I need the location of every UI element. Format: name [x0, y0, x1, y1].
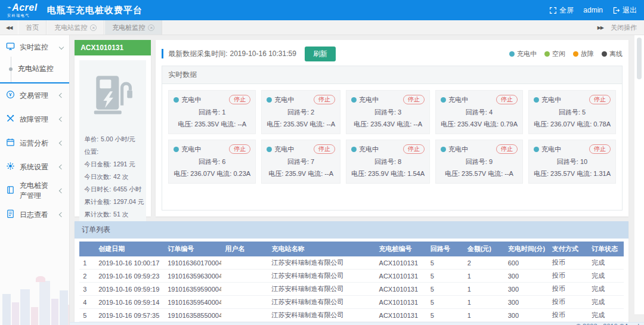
voltage-current: 电压: 235.57V 电流: 1.31A — [534, 169, 611, 178]
close-operations-button[interactable]: 关闭操作 — [611, 23, 637, 32]
sidebar-item-6[interactable]: 充电桩资产管理 — [0, 179, 69, 203]
stop-button[interactable]: 停止 — [229, 144, 250, 154]
cell: 1910163596300046 — [164, 270, 221, 283]
voltage-current: 电压: 236.07V 电流: 0.23A — [174, 169, 250, 178]
pile-stat-row: 累计金额:1297.04 元 — [84, 196, 141, 208]
sidebar-group-1: 实时监控充电站监控 — [0, 35, 69, 83]
asset-icon — [6, 185, 15, 196]
stop-button[interactable]: 停止 — [229, 95, 250, 104]
stop-button[interactable]: 停止 — [496, 144, 518, 154]
stop-button[interactable]: 停止 — [589, 95, 611, 104]
table-row: 32019-10-16 09:59:191910163595900045江苏安科… — [79, 283, 624, 296]
cell: ACX1010131 — [376, 283, 427, 296]
voltage-current: 电压: 235.43V 电流: 0.79A — [441, 120, 518, 129]
circuit-number: 回路号: 3 — [351, 108, 425, 117]
sidebar-group-7: 日志查看 — [0, 203, 69, 227]
orders-panel: 订单列表 创建日期订单编号用户名充电站名称充电桩编号回路号金额(元)充电时间(分… — [75, 221, 628, 322]
sidebar-item-3[interactable]: 故障管理 — [0, 107, 69, 131]
settings-icon — [6, 162, 15, 172]
col-支付方式: 支付方式 — [549, 242, 588, 256]
scrollbar-thumb[interactable] — [637, 38, 642, 79]
bullet-icon — [9, 67, 13, 71]
sidebar-item-2[interactable]: 交易管理 — [0, 83, 69, 107]
refresh-button[interactable]: 刷新 — [305, 47, 336, 61]
stat-label: 位置: — [84, 148, 98, 155]
cell: 300 — [504, 270, 549, 283]
tab-close-icon[interactable]: × — [90, 24, 97, 31]
cell: 1 — [464, 283, 504, 296]
sidebar-item-4[interactable]: 运营分析 — [0, 131, 69, 155]
stat-label: 今日次数: — [84, 173, 111, 180]
col-回路号: 回路号 — [427, 242, 464, 256]
cell: 江苏安科瑞制造有限公司 — [268, 270, 375, 283]
card-status-label: 充电中 — [359, 95, 379, 104]
tab-close-icon[interactable]: × — [148, 24, 154, 31]
realtime-panel: 最新数据采集时间: 2019-10-16 10:31:59 刷新 充电中空闲故障… — [156, 40, 628, 216]
circuit-card-2: 充电中停止回路号: 2电压: 235.35V 电流: --A — [261, 90, 340, 134]
col-充电桩编号: 充电桩编号 — [376, 242, 427, 256]
stop-button[interactable]: 停止 — [314, 95, 335, 104]
top-header: ⌁ Acrel 安科瑞电气 电瓶车充电桩收费平台 全屏 admin 退出 — [0, 0, 644, 20]
legend-充电中: 充电中 — [509, 49, 537, 58]
legend-故障: 故障 — [573, 49, 594, 58]
pile-stat-row: 今日次数:42 次 — [84, 171, 141, 183]
legend-label: 离线 — [609, 49, 623, 58]
card-status-label: 充电中 — [448, 95, 468, 104]
circuit-number: 回路号: 1 — [174, 108, 250, 117]
tab-1[interactable]: 首页 — [18, 20, 47, 35]
orders-header-row: 创建日期订单编号用户名充电站名称充电桩编号回路号金额(元)充电时间(分)支付方式… — [79, 242, 624, 256]
sidebar-item-label: 交易管理 — [20, 91, 48, 101]
logout-icon — [612, 7, 620, 14]
charging-status-icon — [267, 147, 272, 152]
username[interactable]: admin — [583, 6, 603, 14]
cell: 2 — [79, 270, 95, 283]
scrollbar-track[interactable] — [634, 35, 644, 314]
sidebar-item-7[interactable]: 日志查看 — [0, 203, 69, 227]
legend-dot-icon — [602, 51, 607, 57]
orders-title: 订单列表 — [75, 221, 628, 239]
sidebar-item-label: 实时监控 — [20, 42, 48, 52]
col-创建日期: 创建日期 — [95, 242, 164, 256]
cell: 完成 — [588, 296, 624, 309]
tabs-scroll-left-button[interactable]: ◀◀ — [0, 20, 18, 35]
col-充电站名称: 充电站名称 — [268, 242, 375, 256]
cell: ACX1010131 — [376, 270, 427, 283]
circuit-card-3: 充电中停止回路号: 3电压: 235.43V 电流: --A — [346, 90, 430, 134]
chevron-left-icon — [59, 188, 64, 193]
stop-button[interactable]: 停止 — [403, 144, 425, 154]
chevron-left-icon — [59, 117, 64, 122]
cell: 5 — [427, 270, 464, 283]
fullscreen-button[interactable]: 全屏 — [549, 5, 574, 16]
sidebar-item-5[interactable]: 系统设置 — [0, 155, 69, 179]
brand-logo[interactable]: ⌁ Acrel 安科瑞电气 — [7, 3, 38, 17]
logout-button[interactable]: 退出 — [612, 5, 637, 16]
tab-2[interactable]: 充电站监控× — [47, 20, 104, 35]
open-tabs: 首页充电站监控×充电桩监控× — [18, 20, 162, 35]
tab-label: 充电站监控 — [54, 23, 87, 32]
cell: 投币 — [549, 270, 588, 283]
sidebar: 实时监控充电站监控交易管理故障管理运营分析系统设置充电桩资产管理日志查看 — [0, 35, 70, 325]
tabs-scroll-right-button[interactable]: ▶▶ — [597, 25, 603, 30]
cell: 完成 — [588, 270, 624, 283]
voltage-current: 电压: 236.07V 电流: 0.78A — [534, 120, 611, 129]
tab-3[interactable]: 充电桩监控× — [104, 20, 162, 35]
card-status-label: 充电中 — [541, 145, 561, 154]
realtime-section-title: 实时数据 — [162, 66, 622, 84]
city-skyline-decoration — [0, 259, 69, 325]
cell: 1910163595900045 — [164, 283, 221, 296]
page-footer: © 2003 - 2019 ©Acrel — [70, 322, 644, 325]
stop-button[interactable]: 停止 — [589, 144, 611, 154]
stop-button[interactable]: 停止 — [314, 144, 335, 154]
sidebar-item-1[interactable]: 实时监控 — [0, 35, 69, 59]
stop-button[interactable]: 停止 — [403, 95, 425, 104]
sidebar-subitem-充电站监控[interactable]: 充电站监控 — [0, 59, 69, 79]
cell: 2019-10-16 10:00:17 — [95, 256, 164, 270]
table-row: 22019-10-16 09:59:231910163596300046江苏安科… — [79, 270, 624, 283]
cell: 5 — [427, 283, 464, 296]
cell: 投币 — [549, 256, 588, 270]
card-status-label: 充电中 — [274, 95, 294, 104]
transaction-icon — [6, 90, 15, 101]
stop-button[interactable]: 停止 — [496, 95, 518, 104]
collect-time-value: 2019-10-16 10:31:59 — [230, 49, 296, 58]
charging-status-icon — [174, 97, 179, 103]
